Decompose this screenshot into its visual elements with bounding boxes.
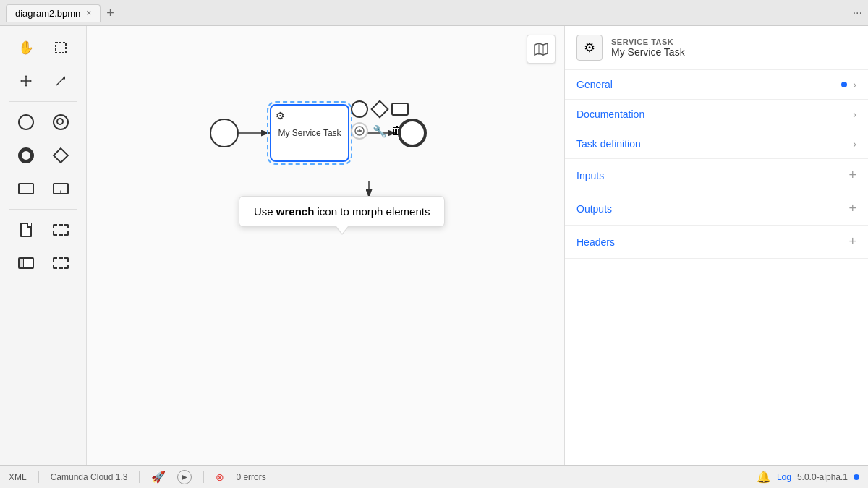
task-definition-chevron: › [853, 138, 856, 150]
log-label[interactable]: Log [777, 472, 791, 482]
right-panel: ⚙ SERVICE TASK My Service Task General ›… [564, 26, 868, 465]
engine-label: Camunda Cloud 1.3 [51, 472, 128, 482]
panel-section-general[interactable]: General › [565, 70, 868, 100]
tooltip-arrow-shadow [336, 227, 349, 235]
svg-marker-5 [20, 80, 22, 82]
general-chevron: › [853, 79, 856, 90]
svg-rect-0 [56, 43, 66, 53]
deploy-icon[interactable]: 🚀 [151, 470, 166, 484]
context-pad-top [351, 100, 409, 118]
section-inputs-label: Inputs [576, 170, 604, 181]
start-event-button[interactable] [10, 106, 42, 138]
notification-icon[interactable]: 🔔 [757, 470, 771, 484]
title-bar: diagram2.bpmn × + ··· [0, 0, 868, 26]
section-task-definition-label: Task definition [576, 138, 641, 150]
service-task-icon: ⚙ [276, 110, 285, 121]
subprocess-button[interactable]: + [45, 173, 77, 205]
status-sep-3 [203, 471, 204, 483]
tooltip-arrow [336, 226, 348, 234]
panel-section-outputs[interactable]: Outputs + [565, 192, 868, 226]
service-task-label: My Service Task [275, 125, 344, 141]
tooltip-box: Use wrench icon to morph elements [239, 196, 445, 227]
tooltip-text: Use wrench icon to morph elements [254, 205, 430, 218]
start-event[interactable] [210, 119, 239, 147]
lasso-tool-button[interactable] [45, 32, 77, 64]
morph-to-start-event[interactable] [351, 100, 368, 118]
panel-section-inputs[interactable]: Inputs + [565, 159, 868, 192]
service-task[interactable]: ⚙ My Service Task [270, 104, 349, 162]
tab-close-button[interactable]: × [86, 9, 91, 17]
section-general-label: General [576, 79, 613, 90]
play-button[interactable]: ▶ [177, 470, 192, 484]
svg-marker-4 [25, 85, 27, 87]
status-sep-2 [139, 471, 140, 483]
panel-header-icon: ⚙ [576, 35, 603, 61]
hand-tool-button[interactable]: ✋ [10, 32, 42, 64]
tab-label: diagram2.bpmn [15, 8, 80, 19]
svg-marker-15 [359, 129, 362, 132]
version-indicator-dot [854, 474, 859, 480]
format-label: XML [9, 472, 27, 482]
toolbar: ✋ [0, 26, 87, 465]
data-object-button[interactable] [10, 214, 42, 246]
map-button[interactable] [527, 35, 556, 64]
panel-title-group: SERVICE TASK My Service Task [611, 38, 685, 58]
active-tab[interactable]: diagram2.bpmn × [6, 4, 101, 22]
error-count: 0 errors [236, 472, 265, 482]
svg-marker-6 [30, 80, 32, 82]
panel-section-task-definition[interactable]: Task definition › [565, 129, 868, 159]
headers-add-button[interactable]: + [848, 234, 856, 249]
status-bar: XML Camunda Cloud 1.3 🚀 ▶ ⊗ 0 errors 🔔 L… [0, 465, 868, 488]
pool-button[interactable] [10, 247, 42, 279]
morph-to-task[interactable] [391, 103, 409, 116]
intermediate-event-button[interactable] [45, 106, 77, 138]
connect-button[interactable] [351, 122, 368, 140]
space-tool-button[interactable] [10, 65, 42, 97]
main-area: ✋ [0, 26, 868, 465]
section-outputs-label: Outputs [576, 203, 612, 215]
documentation-chevron: › [853, 108, 856, 120]
gateway-button[interactable] [45, 140, 77, 171]
section-headers-label: Headers [576, 236, 615, 248]
end-event[interactable] [398, 119, 427, 147]
morph-to-gateway[interactable] [370, 100, 388, 118]
bpmn-canvas[interactable]: ⚙ My Service Task 🔧 🗑 Use wrench icon to… [87, 26, 564, 465]
wrench-icon[interactable]: 🔧 [373, 124, 387, 138]
inputs-add-button[interactable]: + [848, 168, 856, 183]
participant-button[interactable] [45, 247, 77, 279]
panel-header: ⚙ SERVICE TASK My Service Task [565, 26, 868, 70]
end-event-button[interactable] [10, 140, 42, 171]
section-documentation-label: Documentation [576, 108, 644, 120]
group-button[interactable] [45, 214, 77, 246]
status-sep-1 [38, 471, 39, 483]
connect-tool-button[interactable] [45, 65, 77, 97]
canvas-svg [87, 26, 564, 465]
panel-section-headers[interactable]: Headers + [565, 226, 868, 259]
tab-add-button[interactable]: + [106, 7, 114, 20]
status-right: 🔔 Log 5.0.0-alpha.1 [757, 470, 859, 484]
task-button[interactable] [10, 173, 42, 205]
general-indicator-dot [841, 82, 847, 87]
svg-marker-3 [25, 75, 27, 77]
error-icon: ⊗ [216, 471, 224, 483]
outputs-add-button[interactable]: + [848, 201, 856, 216]
tab-menu-button[interactable]: ··· [853, 7, 862, 20]
panel-element-type: SERVICE TASK [611, 38, 685, 46]
panel-section-documentation[interactable]: Documentation › [565, 100, 868, 129]
panel-element-name: My Service Task [611, 46, 685, 58]
version-label: 5.0.0-alpha.1 [797, 472, 848, 482]
context-pad-middle: 🔧 🗑 [351, 122, 403, 140]
